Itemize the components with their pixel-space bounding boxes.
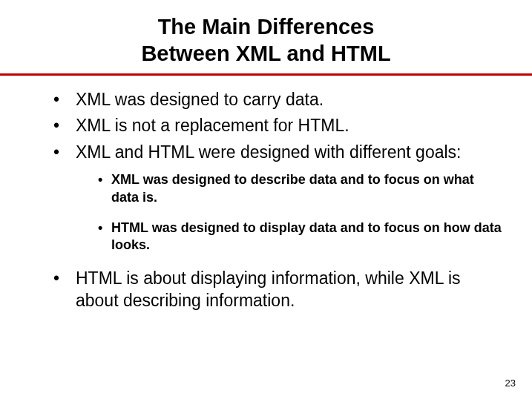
sub-bullet-1: XML was designed to describe data and to… [98,171,502,206]
main-bullet-list: XML was designed to carry data. XML is n… [30,89,502,312]
sub-bullet-2: HTML was designed to display data and to… [98,220,502,254]
bullet-3-text: XML and HTML were designed with differen… [76,142,461,162]
page-number: 23 [505,377,516,389]
bullet-4: HTML is about displaying information, wh… [53,268,502,312]
slide: The Main Differences Between XML and HTM… [0,0,532,399]
sub-bullet-list: XML was designed to describe data and to… [76,171,502,254]
title-line-2: Between XML and HTML [141,42,390,65]
title-underline [0,73,532,76]
bullet-2: XML is not a replacement for HTML. [53,115,502,137]
bullet-1: XML was designed to carry data. [53,89,502,111]
title-line-1: The Main Differences [158,15,375,39]
slide-title: The Main Differences Between XML and HTM… [30,13,502,73]
bullet-3: XML and HTML were designed with differen… [53,142,502,254]
